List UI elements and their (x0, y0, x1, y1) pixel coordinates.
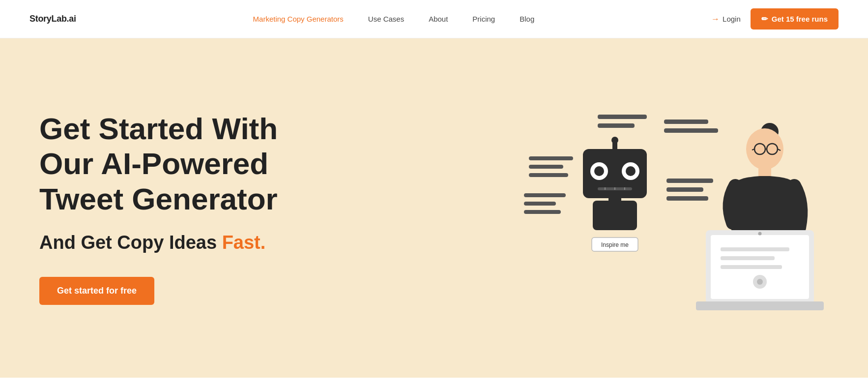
svg-rect-12 (666, 196, 708, 201)
nav-link-pricing[interactable]: Pricing (472, 15, 495, 23)
nav-item-usecases[interactable]: Use Cases (368, 15, 404, 24)
hero-content: Get Started With Our AI-Powered Tweet Ge… (39, 111, 334, 305)
svg-rect-10 (666, 179, 713, 183)
svg-point-16 (594, 166, 604, 176)
svg-rect-42 (721, 256, 775, 260)
nav-item-marketing[interactable]: Marketing Copy Generators (253, 15, 344, 24)
illustration-svg: Inspire me (519, 85, 839, 331)
nav-item-about[interactable]: About (429, 15, 448, 24)
login-link[interactable]: → Login (711, 14, 741, 24)
svg-rect-5 (524, 210, 561, 214)
nav-item-pricing[interactable]: Pricing (472, 15, 495, 24)
svg-point-17 (626, 166, 636, 176)
svg-rect-0 (529, 156, 573, 160)
svg-rect-4 (524, 202, 556, 206)
svg-rect-6 (598, 115, 647, 119)
get-free-runs-button[interactable]: ✏ Get 15 free runs (751, 8, 839, 30)
navbar: StoryLab.ai Marketing Copy Generators Us… (0, 0, 868, 38)
hero-section: Get Started With Our AI-Powered Tweet Ge… (0, 38, 868, 378)
svg-rect-9 (664, 128, 718, 133)
svg-rect-40 (696, 301, 824, 310)
hero-title: Get Started With Our AI-Powered Tweet Ge… (39, 111, 334, 216)
nav-link-about[interactable]: About (429, 15, 448, 23)
svg-rect-8 (664, 119, 708, 124)
login-icon: → (711, 14, 720, 24)
svg-rect-24 (593, 201, 637, 230)
nav-links: Marketing Copy Generators Use Cases Abou… (253, 15, 535, 24)
svg-rect-41 (721, 247, 789, 251)
nav-right: → Login ✏ Get 15 free runs (711, 8, 839, 30)
svg-point-39 (758, 232, 762, 236)
svg-point-19 (611, 137, 618, 144)
logo[interactable]: StoryLab.ai (29, 14, 76, 24)
nav-item-blog[interactable]: Blog (520, 15, 534, 24)
svg-rect-3 (524, 193, 566, 197)
hero-subtitle-highlight: Fast. (222, 232, 266, 253)
svg-rect-43 (721, 265, 782, 269)
nav-link-blog[interactable]: Blog (520, 15, 534, 23)
pencil-icon: ✏ (761, 14, 768, 24)
svg-rect-11 (666, 187, 703, 192)
login-label: Login (723, 15, 741, 23)
nav-link-usecases[interactable]: Use Cases (368, 15, 404, 23)
cta-label: Get 15 free runs (772, 15, 828, 23)
hero-illustration: Inspire me (519, 85, 839, 331)
svg-rect-1 (529, 165, 563, 169)
svg-rect-7 (598, 123, 635, 128)
hero-subtitle-prefix: And Get Copy Ideas (39, 232, 222, 253)
hero-cta-button[interactable]: Get started for free (39, 277, 154, 305)
svg-rect-25 (608, 197, 621, 203)
inspire-button-text[interactable]: Inspire me (601, 241, 629, 248)
svg-point-45 (757, 279, 763, 285)
svg-rect-2 (529, 173, 568, 177)
hero-subtitle: And Get Copy Ideas Fast. (39, 232, 334, 253)
nav-link-marketing[interactable]: Marketing Copy Generators (253, 15, 344, 23)
